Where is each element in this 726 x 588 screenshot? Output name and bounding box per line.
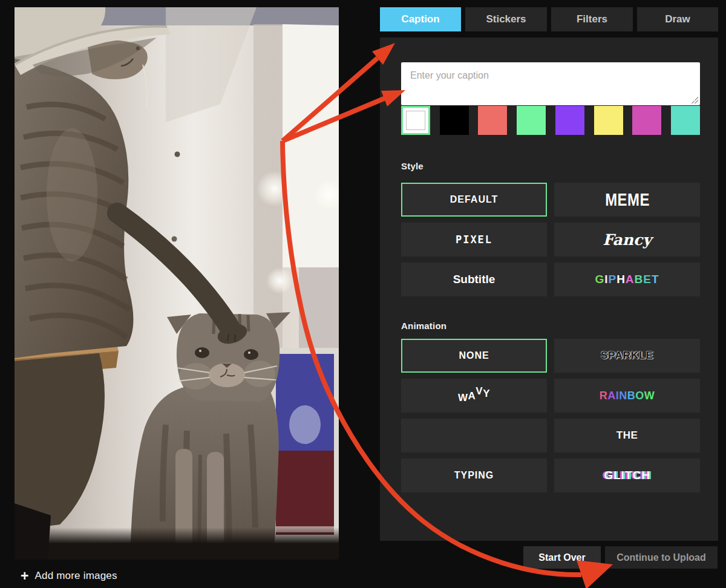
caption-panel: Style DEFAULT MEME PIXEL Fancy Subtitle … [380, 38, 718, 541]
style-options-grid: DEFAULT MEME PIXEL Fancy Subtitle GIPHAB… [401, 183, 700, 296]
color-swatch-magenta[interactable] [632, 106, 661, 135]
animation-option-glitch[interactable]: GLITCH [554, 459, 700, 492]
start-over-button[interactable]: Start Over [523, 546, 601, 569]
continue-to-upload-button[interactable]: Continue to Upload [605, 546, 718, 569]
caption-input-wrap [401, 62, 700, 105]
color-swatch-green[interactable] [517, 106, 546, 135]
caption-color-swatches [401, 106, 700, 135]
cats-illustration [15, 7, 339, 560]
animation-option-sparkle[interactable]: SPARKLE [554, 339, 700, 373]
add-more-images-button[interactable]: + Add more images [21, 567, 117, 584]
animation-option-typing[interactable]: TYPING [401, 459, 547, 492]
style-option-fancy[interactable]: Fancy [554, 223, 700, 256]
color-swatch-teal[interactable] [671, 106, 700, 135]
animation-option-fade[interactable] [401, 419, 547, 452]
animation-option-none[interactable]: NONE [401, 339, 547, 373]
animation-option-rainbow[interactable]: RAINBOW [554, 379, 700, 413]
tab-filters[interactable]: Filters [551, 7, 633, 31]
color-swatch-red[interactable] [478, 106, 507, 135]
tab-stickers[interactable]: Stickers [465, 7, 547, 31]
editor-tabs: Caption Stickers Filters Draw [380, 7, 718, 31]
style-option-meme[interactable]: MEME [554, 183, 700, 217]
style-option-subtitle[interactable]: Subtitle [401, 263, 547, 296]
animation-section-label: Animation [401, 321, 446, 331]
style-option-giphabet[interactable]: GIPHABET [554, 263, 700, 296]
animation-options-grid: NONE SPARKLE WAVY RAINBOW THE TYPING GLI… [401, 339, 700, 492]
color-swatch-yellow[interactable] [594, 106, 623, 135]
animation-option-the[interactable]: THE [554, 419, 700, 452]
caption-input[interactable] [401, 62, 700, 105]
gif-editor-app: + Add more images Caption Stickers Filte… [0, 0, 726, 588]
style-option-default[interactable]: DEFAULT [401, 183, 547, 217]
style-section-label: Style [401, 161, 424, 171]
gif-preview-image [15, 7, 339, 560]
color-swatch-purple[interactable] [555, 106, 584, 135]
color-swatch-black[interactable] [440, 106, 469, 135]
tab-caption[interactable]: Caption [380, 7, 461, 31]
plus-icon: + [21, 569, 28, 583]
style-option-pixel[interactable]: PIXEL [401, 223, 547, 256]
color-swatch-white[interactable] [401, 106, 430, 135]
add-more-images-label: Add more images [34, 570, 117, 582]
tab-draw[interactable]: Draw [637, 7, 718, 31]
animation-option-wavy[interactable]: WAVY [401, 379, 547, 413]
